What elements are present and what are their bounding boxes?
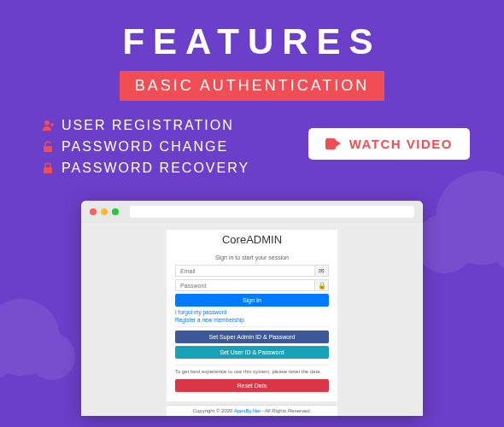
app-title: CoreADMIN [167, 230, 337, 249]
brand-link[interactable]: AppsBy.Net [234, 408, 261, 413]
feature-item: PASSWORD CHANGE [43, 139, 249, 155]
email-icon: ✉ [314, 266, 328, 276]
browser-mockup: CoreADMIN Sign in to start your session … [81, 201, 423, 416]
password-input[interactable] [176, 283, 314, 289]
forgot-password-link[interactable]: I forgot my password [175, 309, 329, 315]
lock-icon: 🔒 [314, 280, 328, 290]
signin-button[interactable]: Sign In [175, 294, 329, 307]
minimize-dot-icon [101, 208, 108, 215]
svg-rect-2 [44, 167, 52, 173]
lock-icon [43, 162, 62, 174]
unlock-icon [43, 141, 62, 153]
feature-item: USER REGISTRATION [43, 118, 249, 133]
divider [175, 365, 329, 366]
set-user-button[interactable]: Set User ID & Password [175, 346, 329, 359]
feature-item: PASSWORD RECOVERY [43, 161, 249, 176]
email-field[interactable]: ✉ [175, 265, 329, 277]
browser-chrome [81, 201, 423, 223]
feature-label: PASSWORD CHANGE [62, 139, 228, 155]
video-icon [325, 138, 341, 149]
watch-video-label: WATCH VIDEO [349, 137, 453, 151]
set-super-admin-button[interactable]: Set Super Admin ID & Password [175, 330, 329, 343]
svg-point-0 [44, 120, 50, 126]
watch-video-button[interactable]: WATCH VIDEO [308, 128, 470, 160]
login-card: Sign in to start your session ✉ 🔒 Sign I… [167, 249, 337, 401]
password-field[interactable]: 🔒 [175, 279, 329, 291]
email-input[interactable] [176, 268, 314, 274]
copyright: Copyright © 2020 AppsBy.Net - All Rights… [167, 405, 337, 416]
reset-data-button[interactable]: Reset Data [175, 379, 329, 392]
maximize-dot-icon [112, 208, 119, 215]
svg-rect-1 [44, 146, 52, 152]
session-prompt: Sign in to start your session [175, 254, 329, 260]
reset-description: To get best experience to use this syste… [175, 369, 329, 376]
close-dot-icon [90, 208, 97, 215]
user-plus-icon [43, 120, 62, 132]
subtitle-badge: BASIC AUTHENTICATION [120, 71, 385, 101]
feature-label: USER REGISTRATION [62, 118, 234, 133]
features-list: USER REGISTRATION PASSWORD CHANGE PASSWO… [43, 118, 249, 182]
url-bar [130, 206, 414, 218]
divider [175, 326, 329, 327]
register-link[interactable]: Register a new membership [175, 317, 329, 323]
hero-title: FEATURES [0, 0, 504, 62]
feature-label: PASSWORD RECOVERY [62, 161, 249, 176]
